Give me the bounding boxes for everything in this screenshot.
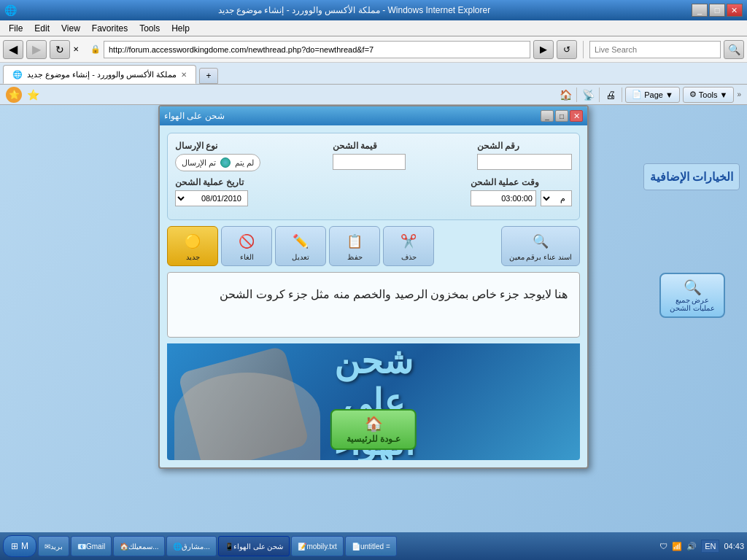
maximize-button[interactable]: □ <box>709 4 725 17</box>
taskbar-item-label-shahn: شحن على الهواء <box>233 542 284 551</box>
language-indicator[interactable]: EN <box>701 540 719 553</box>
show-all-label: عرض جميع عمليات الشحن <box>664 296 721 312</box>
charge-date-label: تاريخ عملية الشحن <box>175 177 244 187</box>
show-all-button[interactable]: 🔍 عرض جميع عمليات الشحن <box>659 273 725 318</box>
active-tab[interactable]: 🌐 مملكة الأكسس والووررد - إنشاء موضوع جد… <box>3 65 196 84</box>
minimize-button[interactable]: _ <box>692 4 708 17</box>
charge-number-label: رقم الشحن <box>477 141 519 151</box>
menu-favorites[interactable]: Favorites <box>86 22 133 35</box>
taskbar-item-icon-untitled: 📄 <box>352 542 360 551</box>
new-tab-button[interactable]: + <box>199 68 218 84</box>
popup-maximize[interactable]: □ <box>555 110 568 122</box>
taskbar-right: 🛡 📶 🔊 EN 04:43 <box>659 540 744 553</box>
tray-network: 📶 <box>672 542 682 551</box>
menu-edit[interactable]: Edit <box>28 22 55 35</box>
assign-icon: 🔍 <box>530 231 551 251</box>
rss-icon[interactable]: 📡 <box>580 87 596 103</box>
popup-text-content: هنا لايوجد جزء خاص بمخزون الرصيد والخصم … <box>179 284 568 306</box>
time-ampm-select[interactable]: م ص <box>541 190 572 206</box>
save-button[interactable]: 📋 حفظ <box>329 226 380 266</box>
start-button[interactable]: ⊞ M <box>3 535 36 557</box>
delete-label: حذف <box>401 253 417 261</box>
menu-bar: File Edit View Favorites Tools Help <box>0 20 747 36</box>
edit-button[interactable]: ✏️ تعديل <box>275 226 326 266</box>
assign-label: اسند عناء برقم معين <box>509 253 572 261</box>
taskbar-item-untitled[interactable]: 📄 untitled = <box>345 536 397 556</box>
charge-number-input[interactable] <box>477 154 572 170</box>
home-icon[interactable]: ⭐ <box>6 87 22 103</box>
charge-number-group: رقم الشحن <box>477 141 572 170</box>
taskbar: ⊞ M ✉ بريد 📧 Gmail 🏠 سمعيلك... 🌐 مشارق..… <box>0 532 747 560</box>
taskbar-item-mobily[interactable]: 📝 mobily.txt <box>291 536 344 556</box>
popup-title: شحن على الهواء <box>164 111 225 121</box>
favorites-icon[interactable]: ⭐ <box>25 87 41 103</box>
popup-dialog: شحن على الهواء _ □ ✕ <box>158 105 589 469</box>
send-status-done: تم الإرسال <box>182 158 216 168</box>
delete-button[interactable]: ✂️ حذف <box>383 226 434 266</box>
toolbar-sep3 <box>622 88 622 102</box>
taskbar-item-0[interactable]: ✉ بريد <box>38 536 69 556</box>
cancel-label: الغاء <box>240 253 254 261</box>
search-input[interactable] <box>589 41 721 58</box>
taskbar-item-label-mashareq: مشارق... <box>182 542 209 551</box>
form-row-2: وقت عملية الشحن م ص <box>175 177 572 206</box>
taskbar-item-icon-gmail: 📧 <box>77 542 86 551</box>
tab-bar: 🌐 مملكة الأكسس والووررد - إنشاء موضوع جد… <box>0 63 747 85</box>
charge-date-group: تاريخ عملية الشحن 08/01/2010 <box>175 177 248 206</box>
menu-view[interactable]: View <box>55 22 86 35</box>
taskbar-item-mashareq[interactable]: 🌐 مشارق... <box>166 536 216 556</box>
home-btn-ie[interactable]: 🏠 <box>557 87 573 103</box>
menu-tools[interactable]: Tools <box>133 22 166 35</box>
back-button[interactable]: ◀ <box>3 40 23 59</box>
tools-icon: ⚙ <box>689 90 697 99</box>
charge-time-input[interactable] <box>471 190 536 206</box>
address-input[interactable] <box>104 41 530 58</box>
tray-antivirus: 🛡 <box>659 542 667 551</box>
home-button[interactable]: 🏠 عـودة للرئيسية <box>330 409 417 450</box>
charge-time-group: وقت عملية الشحن م ص <box>471 177 572 206</box>
page-button[interactable]: 📄 Page ▼ <box>625 87 680 103</box>
additional-options-title: الخيارات الإضافية <box>650 170 733 184</box>
new-button[interactable]: 🟡 جديد <box>167 226 218 266</box>
menu-help[interactable]: Help <box>166 22 196 35</box>
refresh-button[interactable]: ↻ <box>50 40 70 59</box>
tab-close-button[interactable]: ✕ <box>181 71 187 79</box>
assign-button[interactable]: 🔍 اسند عناء برقم معين <box>501 226 580 266</box>
title-bar-text: مملكة الأكسس والووررد - إنشاء موضوع جديد… <box>218 5 490 15</box>
edit-icon: ✏️ <box>290 231 311 251</box>
taskbar-item-access[interactable]: 🏠 سمعيلك... <box>113 536 165 556</box>
cancel-button[interactable]: 🚫 الغاء <box>221 226 272 266</box>
taskbar-item-icon-0: ✉ <box>44 542 50 551</box>
print-icon[interactable]: 🖨 <box>603 87 619 103</box>
taskbar-item-gmail[interactable]: 📧 Gmail <box>71 536 112 556</box>
hand-illustration <box>174 373 320 460</box>
popup-body: رقم الشحن قيمة الشحن نوع الإرسال <box>160 125 587 467</box>
taskbar-item-icon-shahn: 📱 <box>225 542 233 551</box>
popup-minimize[interactable]: _ <box>541 110 554 122</box>
refresh-icon-2[interactable]: ↺ <box>557 40 577 59</box>
charge-value-group: قيمة الشحن <box>333 141 406 170</box>
forward-button[interactable]: ▶ <box>26 40 47 59</box>
cancel-icon: 🚫 <box>236 231 257 251</box>
popup-close-button[interactable]: ✕ <box>570 110 583 122</box>
go-button[interactable]: ▶ <box>533 40 554 59</box>
taskbar-item-label-0: بريد <box>50 542 63 551</box>
stop-button[interactable]: ✕ <box>73 40 88 59</box>
tray-sound: 🔊 <box>686 542 697 551</box>
send-type-toggle[interactable]: لم يتم تم الإرسال <box>175 154 260 171</box>
separator <box>583 41 584 58</box>
taskbar-item-shahn[interactable]: 📱 شحن على الهواء <box>218 536 290 556</box>
toggle-indicator <box>220 158 231 168</box>
popup-titlebar: شحن على الهواء _ □ ✕ <box>160 106 587 125</box>
charge-date-select[interactable]: 08/01/2010 <box>175 190 248 206</box>
bottom-image-area: شحنعلىالهواء 🏠 عـودة للرئيسية <box>167 343 580 460</box>
taskbar-item-label-untitled: untitled = <box>360 542 390 551</box>
charge-value-input[interactable] <box>333 154 406 170</box>
tools-button[interactable]: ⚙ Tools ▼ <box>683 87 735 103</box>
menu-file[interactable]: File <box>3 22 28 35</box>
search-button[interactable]: 🔍 <box>724 40 744 59</box>
toolbar-sep1 <box>576 88 577 102</box>
expand-button[interactable]: » <box>737 90 741 98</box>
close-button[interactable]: ✕ <box>727 4 743 17</box>
send-type-label: نوع الإرسال <box>175 141 217 151</box>
